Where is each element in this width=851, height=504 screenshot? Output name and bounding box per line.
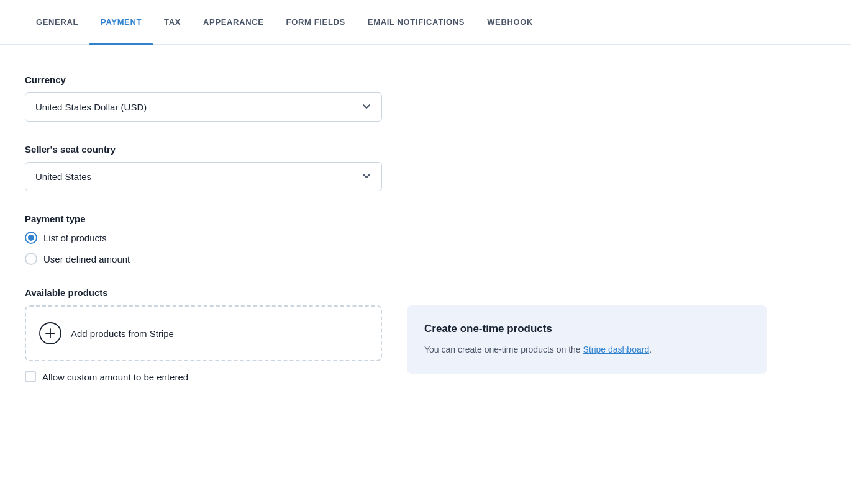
nav-item-general[interactable]: GENERAL	[25, 0, 89, 45]
nav-item-form-fields[interactable]: FORM FIELDS	[275, 0, 357, 45]
sellers-seat-country-label: Seller's seat country	[25, 144, 826, 155]
info-card-text: You can create one-time products on the …	[424, 343, 750, 356]
info-card-title: Create one-time products	[424, 323, 750, 335]
custom-amount-checkbox-label: Allow custom amount to be entered	[42, 372, 188, 382]
nav-item-tax[interactable]: TAX	[153, 0, 192, 45]
add-products-button[interactable]: Add products from Stripe	[25, 305, 382, 361]
sellers-seat-country-section: Seller's seat country United StatesCanad…	[25, 144, 826, 191]
payment-type-section: Payment type List of products User defin…	[25, 214, 826, 265]
info-card: Create one-time products You can create …	[407, 305, 767, 374]
currency-select-wrapper: United States Dollar (USD)Euro (EUR)Brit…	[25, 92, 382, 122]
stripe-dashboard-link[interactable]: Stripe dashboard	[583, 344, 650, 354]
available-products-right-col: Create one-time products You can create …	[407, 305, 826, 374]
radio-label-list-of-products: List of products	[43, 233, 107, 243]
top-navigation: GENERAL PAYMENT TAX APPEARANCE FORM FIEL…	[0, 0, 851, 45]
available-products-two-col: Add products from Stripe Allow custom am…	[25, 305, 826, 382]
available-products-label: Available products	[25, 287, 826, 298]
currency-label: Currency	[25, 74, 826, 85]
radio-input-user-defined-amount[interactable]	[25, 253, 37, 265]
custom-amount-checkbox[interactable]	[25, 371, 36, 382]
nav-item-email-notifications[interactable]: EMAIL NOTIFICATIONS	[357, 0, 476, 45]
available-products-left-col: Add products from Stripe Allow custom am…	[25, 305, 382, 382]
available-products-section: Available products Add products from Str…	[25, 287, 826, 382]
radio-input-list-of-products[interactable]	[25, 232, 37, 244]
radio-list-of-products[interactable]: List of products	[25, 232, 826, 244]
custom-amount-checkbox-item[interactable]: Allow custom amount to be entered	[25, 371, 382, 382]
info-card-link-suffix: .	[649, 344, 652, 354]
payment-type-radio-group: List of products User defined amount	[25, 232, 826, 265]
nav-item-appearance[interactable]: APPEARANCE	[192, 0, 275, 45]
nav-item-webhook[interactable]: WEBHOOK	[476, 0, 544, 45]
main-content: Currency United States Dollar (USD)Euro …	[0, 45, 851, 434]
radio-label-user-defined-amount: User defined amount	[43, 254, 130, 264]
radio-user-defined-amount[interactable]: User defined amount	[25, 253, 826, 265]
payment-type-label: Payment type	[25, 214, 826, 224]
add-products-text: Add products from Stripe	[71, 328, 174, 339]
sellers-seat-country-select[interactable]: United StatesCanadaUnited Kingdom	[25, 162, 382, 191]
nav-item-payment[interactable]: PAYMENT	[89, 0, 153, 45]
currency-select[interactable]: United States Dollar (USD)Euro (EUR)Brit…	[25, 92, 382, 122]
sellers-seat-country-select-wrapper: United StatesCanadaUnited Kingdom	[25, 162, 382, 191]
info-card-body-text: You can create one-time products on the	[424, 344, 583, 354]
plus-circle-icon	[39, 322, 62, 345]
currency-section: Currency United States Dollar (USD)Euro …	[25, 74, 826, 122]
